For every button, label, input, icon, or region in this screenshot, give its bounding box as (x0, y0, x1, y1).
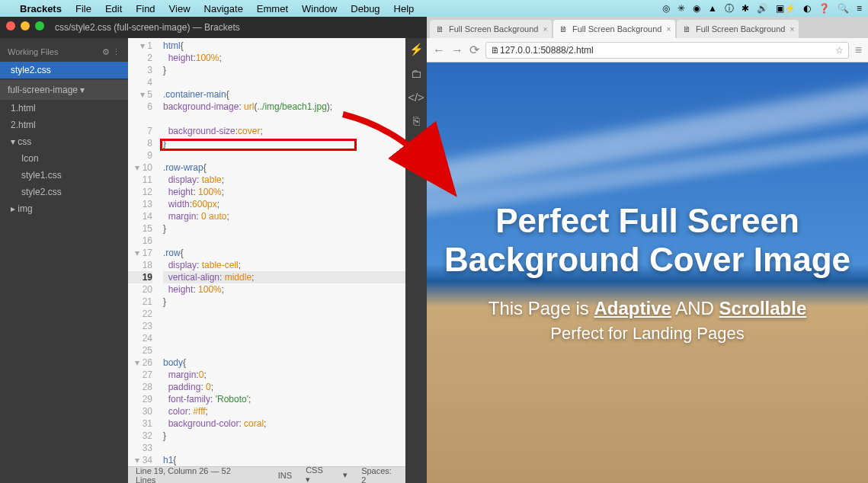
forward-button[interactable]: → (451, 43, 463, 57)
code-line[interactable]: .row{ (163, 247, 405, 259)
tree-item[interactable]: 1.html (0, 100, 128, 117)
code-line[interactable] (163, 76, 405, 88)
browser-tab[interactable]: 🗎Full Screen Background× (677, 20, 799, 38)
tray-icon[interactable]: ◉ (693, 3, 700, 14)
bookmark-icon[interactable]: ☆ (835, 45, 844, 56)
code-line[interactable]: margin: 0 auto; (163, 210, 405, 222)
code-line[interactable]: vertical-align: middle; (163, 271, 405, 283)
hero-subtitle: This Page is Adaptive AND Scrollable (488, 298, 807, 319)
tray-icon[interactable]: 🔊 (757, 3, 768, 14)
menu-window[interactable]: Window (302, 3, 337, 14)
code-line[interactable]: html{ (163, 40, 405, 52)
code-line[interactable]: .container-main{ (163, 88, 405, 101)
toolbar-icon[interactable]: ⎘ (413, 114, 420, 127)
code-line[interactable]: height: 100%; (163, 186, 405, 198)
code-line[interactable] (163, 320, 405, 332)
tray-icon[interactable]: 🔍 (838, 3, 849, 14)
tray-icon[interactable]: ≡ (857, 3, 862, 14)
browser-tab[interactable]: 🗎Full Screen Background× (430, 20, 552, 38)
menu-view[interactable]: View (169, 3, 191, 14)
browser-tabstrip: 🗎Full Screen Background×🗎Full Screen Bac… (427, 17, 868, 38)
tray-icon[interactable]: ❓ (818, 3, 830, 14)
status-bar: Line 19, Column 26 — 52 Lines INS CSS ▾ … (128, 466, 405, 483)
back-button[interactable]: ← (433, 43, 445, 57)
hero-title: Perfect Full Screen Background Cover Ima… (442, 202, 853, 279)
tray-icon[interactable]: ◐ (803, 3, 811, 14)
insert-mode[interactable]: INS (278, 471, 292, 480)
gear-icon[interactable]: ⚙ ⋮ (102, 47, 120, 57)
tray-icon[interactable]: ▣⚡ (776, 3, 796, 14)
menu-find[interactable]: Find (136, 3, 155, 14)
menu-button[interactable]: ≡ (855, 43, 862, 57)
menu-debug[interactable]: Debug (351, 3, 380, 14)
menu-edit[interactable]: Edit (105, 3, 122, 14)
code-line[interactable]: padding: 0; (163, 381, 405, 393)
reload-button[interactable]: ⟳ (469, 43, 479, 57)
code-line[interactable] (163, 344, 405, 357)
code-line[interactable]: background-color: coral; (163, 417, 405, 430)
code-line[interactable]: font-family: 'Roboto'; (163, 393, 405, 405)
toolbar-icon[interactable]: ⚡ (409, 43, 424, 56)
language-mode[interactable]: CSS ▾ (306, 465, 329, 483)
browser-tab[interactable]: 🗎Full Screen Background× (553, 20, 675, 38)
code-line[interactable] (163, 442, 405, 454)
code-line[interactable]: background-image: url(../img/beach1.jpg)… (163, 101, 405, 125)
menu-emmet[interactable]: Emmet (257, 3, 288, 14)
code-line[interactable]: height:100%; (163, 52, 405, 64)
cursor-position: Line 19, Column 26 — 52 Lines (136, 466, 251, 484)
chevron-down-icon: ▾ (80, 85, 85, 95)
tree-item[interactable]: 2.html (0, 117, 128, 133)
tray-icon[interactable]: ◎ (662, 3, 670, 14)
code-editor[interactable]: ▾ 1234▾ 56789▾ 10111213141516▾ 171819202… (128, 38, 405, 483)
tray-icon[interactable]: ⓘ (725, 2, 734, 15)
address-bar[interactable]: 🗎 127.0.0.1:50888/2.html☆ (485, 42, 849, 59)
tray-icon[interactable]: ▲ (708, 3, 717, 14)
browser-toolbar: ← → ⟳ 🗎 127.0.0.1:50888/2.html☆ ≡ (427, 38, 868, 62)
toolbar-icon[interactable]: 🗀 (411, 67, 422, 80)
code-line[interactable]: background-size:cover; (163, 125, 405, 137)
code-line[interactable]: display: table; (163, 174, 405, 186)
code-line[interactable]: } (163, 137, 405, 149)
indent-setting[interactable]: Spaces: 2 (361, 466, 398, 484)
tray-icon[interactable]: ✳ (677, 3, 685, 14)
sidebar: Working Files⚙ ⋮ style2.css full-screen-… (0, 38, 128, 483)
window-controls[interactable] (6, 21, 44, 30)
working-file-item[interactable]: style2.css (0, 62, 128, 78)
tree-item[interactable]: style1.css (0, 167, 128, 184)
tree-item[interactable]: style2.css (0, 184, 128, 200)
code-line[interactable] (163, 332, 405, 344)
menubar-app[interactable]: Brackets (20, 3, 62, 14)
code-line[interactable]: color: #fff; (163, 405, 405, 417)
brackets-window: css/style2.css (full-screen-image) — Bra… (0, 17, 427, 483)
tree-item[interactable]: ▾ css (0, 133, 128, 150)
code-line[interactable]: } (163, 296, 405, 308)
menu-help[interactable]: Help (394, 3, 415, 14)
working-files-header[interactable]: Working Files⚙ ⋮ (0, 43, 128, 62)
code-line[interactable]: margin:0; (163, 369, 405, 381)
tree-item[interactable]: Icon (0, 150, 128, 167)
tree-item[interactable]: ▸ img (0, 200, 128, 217)
page-icon: 🗎 (491, 45, 500, 56)
right-toolbar: ⚡🗀</>⎘ (405, 38, 427, 483)
rendered-page: Perfect Full Screen Background Cover Ima… (427, 62, 868, 483)
code-line[interactable]: width:600px; (163, 198, 405, 210)
code-line[interactable]: .row-wrap{ (163, 162, 405, 174)
code-line[interactable]: } (163, 430, 405, 442)
code-line[interactable] (163, 235, 405, 247)
macos-menubar: Brackets FileEditFindViewNavigateEmmetWi… (0, 0, 868, 17)
code-line[interactable]: display: table-cell; (163, 259, 405, 271)
menu-navigate[interactable]: Navigate (204, 3, 243, 14)
code-line[interactable]: height: 100%; (163, 283, 405, 296)
hero-subline: Perfect for Landing Pages (550, 324, 744, 344)
code-line[interactable] (163, 149, 405, 162)
code-line[interactable] (163, 308, 405, 320)
code-line[interactable]: } (163, 222, 405, 235)
code-line[interactable]: } (163, 64, 405, 76)
code-line[interactable]: h1{ (163, 454, 405, 466)
editor-tab-title: css/style2.css (full-screen-image) — Bra… (0, 17, 427, 38)
project-dropdown[interactable]: full-screen-image ▾ (0, 80, 128, 100)
code-line[interactable]: body{ (163, 357, 405, 369)
menu-file[interactable]: File (75, 3, 91, 14)
tray-icon[interactable]: ✱ (741, 3, 749, 14)
toolbar-icon[interactable]: </> (408, 91, 424, 104)
